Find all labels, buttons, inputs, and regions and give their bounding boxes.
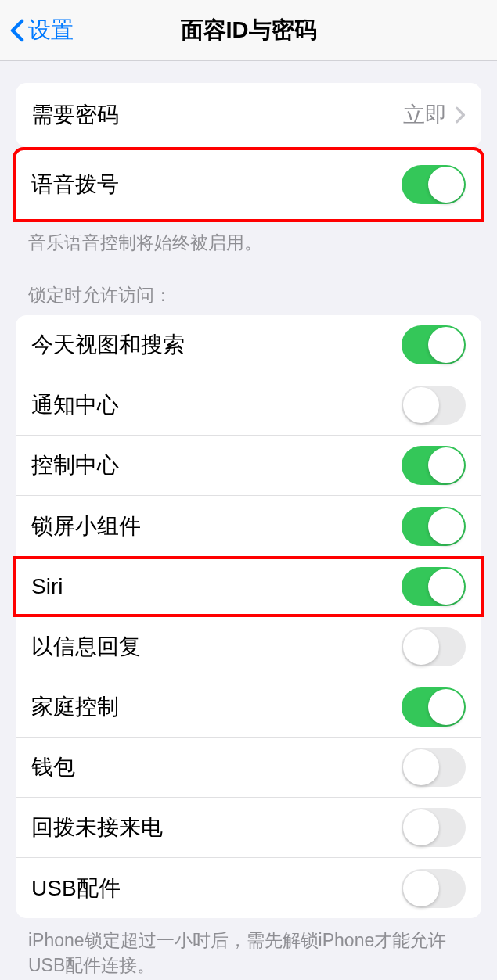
lock-widgets-toggle[interactable] xyxy=(402,507,466,546)
allow-access-header: 锁定时允许访问： xyxy=(0,255,497,315)
siri-toggle[interactable] xyxy=(402,567,466,606)
allow-access-group-1: 今天视图和搜索 通知中心 控制中心 锁屏小组件 xyxy=(16,315,481,556)
page-title: 面容ID与密码 xyxy=(0,15,497,46)
home-control-label: 家庭控制 xyxy=(31,692,402,722)
navigation-bar: 设置 面容ID与密码 xyxy=(0,0,497,61)
return-missed-row: 回拨未接来电 xyxy=(16,798,481,858)
wallet-row: 钱包 xyxy=(16,738,481,798)
notification-center-label: 通知中心 xyxy=(31,390,402,420)
reply-message-row: 以信息回复 xyxy=(16,617,481,677)
voice-dial-footer: 音乐语音控制将始终被启用。 xyxy=(0,222,497,255)
chevron-left-icon xyxy=(9,19,25,42)
siri-label: Siri xyxy=(31,574,402,599)
today-view-label: 今天视图和搜索 xyxy=(31,330,402,360)
control-center-toggle[interactable] xyxy=(402,446,466,485)
voice-dial-row: 语音拨号 xyxy=(16,150,481,219)
allow-access-group-2: 以信息回复 家庭控制 钱包 回拨未接来电 USB配件 xyxy=(16,617,481,918)
require-passcode-group: 需要密码 立即 xyxy=(16,83,481,147)
siri-row: Siri xyxy=(16,559,481,614)
usb-accessories-row: USB配件 xyxy=(16,858,481,918)
siri-highlight: Siri xyxy=(13,556,484,617)
require-passcode-label: 需要密码 xyxy=(31,100,403,130)
reply-message-label: 以信息回复 xyxy=(31,632,402,662)
control-center-label: 控制中心 xyxy=(31,451,402,480)
control-center-row: 控制中心 xyxy=(16,436,481,496)
today-view-toggle[interactable] xyxy=(402,325,466,364)
voice-dial-label: 语音拨号 xyxy=(31,170,402,199)
notification-center-row: 通知中心 xyxy=(16,375,481,436)
require-passcode-value: 立即 xyxy=(403,100,447,130)
return-missed-label: 回拨未接来电 xyxy=(31,813,402,842)
lock-widgets-row: 锁屏小组件 xyxy=(16,496,481,556)
home-control-toggle[interactable] xyxy=(402,687,466,727)
reply-message-toggle[interactable] xyxy=(402,627,466,666)
return-missed-toggle[interactable] xyxy=(402,808,466,847)
usb-accessories-label: USB配件 xyxy=(31,874,402,903)
usb-footer: iPhone锁定超过一小时后，需先解锁iPhone才能允许USB配件连接。 xyxy=(0,918,497,978)
home-control-row: 家庭控制 xyxy=(16,677,481,738)
notification-center-toggle[interactable] xyxy=(402,386,466,425)
voice-dial-highlight: 语音拨号 xyxy=(13,147,484,222)
lock-widgets-label: 锁屏小组件 xyxy=(31,512,402,541)
back-label: 设置 xyxy=(28,15,74,46)
back-button[interactable]: 设置 xyxy=(9,15,74,46)
require-passcode-row[interactable]: 需要密码 立即 xyxy=(16,83,481,147)
usb-accessories-toggle[interactable] xyxy=(402,869,466,908)
wallet-label: 钱包 xyxy=(31,752,402,782)
wallet-toggle[interactable] xyxy=(402,748,466,787)
today-view-row: 今天视图和搜索 xyxy=(16,315,481,375)
chevron-right-icon xyxy=(455,106,466,124)
voice-dial-toggle[interactable] xyxy=(402,165,466,204)
